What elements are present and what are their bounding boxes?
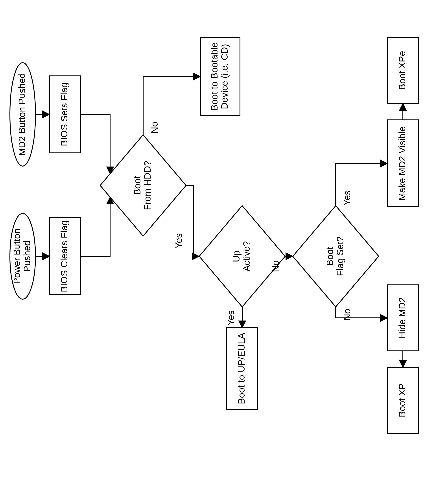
edge-label-no: No: [342, 309, 352, 321]
node-label-line1: Boot: [325, 247, 335, 266]
node-label-line1: Up: [231, 250, 241, 262]
node-label: BIOS Sets Flag: [59, 83, 69, 146]
node-label-line1: Boot: [132, 176, 142, 195]
node-label: Boot to UP/EULA: [236, 333, 247, 404]
node-up-active: Up Active?: [199, 206, 285, 307]
node-label: Boot XP: [397, 383, 407, 417]
node-boot-to-bootable-device: Boot to Bootable Device (i.e. CD): [200, 37, 240, 116]
edge-label-yes: Yes: [342, 191, 352, 206]
node-label-line2: From HDD?: [142, 161, 153, 210]
node-boot-xpe: Boot XPe: [387, 37, 418, 104]
node-bios-clears-flag: BIOS Clears Flag: [50, 218, 80, 295]
node-boot-xp: Boot XP: [387, 367, 418, 433]
edge-label-no: No: [270, 260, 281, 272]
node-label: Make MD2 Visible: [397, 126, 407, 201]
node-label-line1: Power Button: [12, 228, 22, 284]
node-label: Boot XPe: [397, 51, 407, 90]
edge-label-yes: Yes: [226, 311, 236, 326]
node-label-line2: Active?: [241, 241, 252, 271]
node-md2-button-pushed: MD2 Button Pushed: [10, 63, 36, 166]
node-bios-sets-flag: BIOS Sets Flag: [50, 76, 80, 153]
node-boot-flag-set: Boot Flag Set?: [293, 206, 379, 307]
node-label-line1: Boot to Bootable: [209, 42, 220, 111]
node-make-md2-visible: Make MD2 Visible: [387, 120, 418, 207]
node-label-line2: Device (i.e. CD): [219, 44, 230, 109]
flowchart-canvas: MD2 Button Pushed Power Button Pushed BI…: [0, 0, 426, 504]
edge: [80, 114, 110, 174]
edge: [186, 186, 199, 256]
node-boot-from-hdd: Boot From HDD?: [100, 135, 186, 236]
node-label: BIOS Clears Flag: [59, 221, 69, 292]
node-label: Hide MD2: [397, 297, 407, 338]
edge: [80, 197, 110, 256]
edge-label-no: No: [149, 122, 160, 133]
edge-label-yes: Yes: [173, 233, 184, 249]
node-boot-to-up-eula: Boot to UP/EULA: [227, 328, 258, 409]
node-hide-md2: Hide MD2: [387, 285, 418, 351]
node-label-line2: Pushed: [22, 241, 32, 272]
node-power-button-pushed: Power Button Pushed: [10, 213, 36, 299]
node-label: MD2 Button Pushed: [17, 73, 27, 156]
node-label-line2: Flag Set?: [335, 236, 345, 276]
